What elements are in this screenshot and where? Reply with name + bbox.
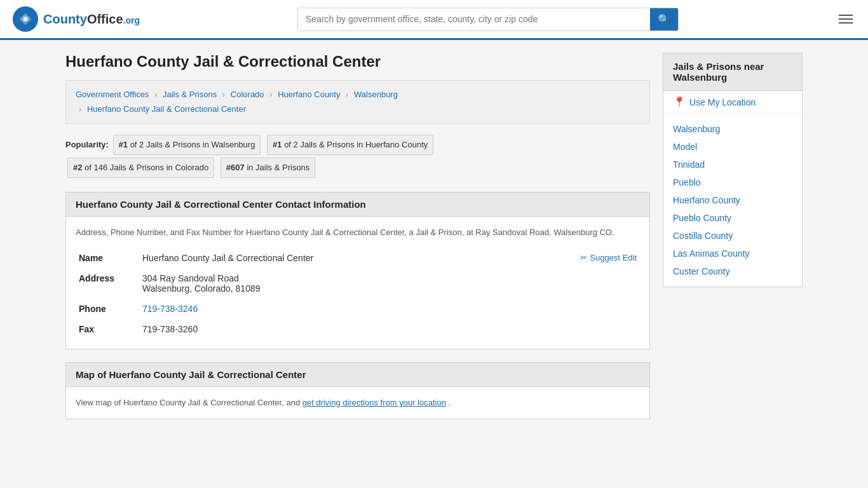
breadcrumb-sep-2: › [222, 90, 225, 99]
contact-section-body: Address, Phone Number, and Fax Number fo… [65, 217, 650, 350]
name-label: Name [76, 248, 139, 268]
sidebar-link-custer-county[interactable]: Custer County [673, 266, 729, 276]
popularity-badge-4: #607 in Jails & Prisons [220, 158, 316, 178]
sidebar-link-walsenburg[interactable]: Walsenburg [673, 124, 720, 134]
popularity-badge-2: #1 of 2 Jails & Prisons in Huerfano Coun… [267, 135, 433, 155]
breadcrumb-item-walsenburg[interactable]: Walsenburg [354, 90, 398, 99]
sidebar-link-trinidad[interactable]: Trinidad [673, 159, 705, 170]
sidebar-link-model[interactable]: Model [673, 142, 697, 152]
logo-icon [13, 6, 38, 32]
driving-directions-link[interactable]: get driving directions from your locatio… [302, 398, 446, 407]
search-input[interactable] [298, 8, 650, 30]
phone-value: 719-738-3246 [139, 299, 509, 319]
edit-icon: ✂ [580, 253, 587, 262]
sidebar-item-trinidad: Trinidad [663, 156, 802, 173]
breadcrumb-item-govt-offices[interactable]: Government Offices [76, 90, 149, 99]
breadcrumb-sep-5: › [79, 104, 81, 114]
suggest-edit-link[interactable]: ✂ Suggest Edit [512, 253, 637, 262]
table-row-name: Name Huerfano County Jail & Correctional… [76, 248, 640, 268]
address-value: 304 Ray Sandoval Road Walsenburg, Colora… [139, 268, 509, 299]
breadcrumb: Government Offices › Jails & Prisons › C… [65, 80, 650, 124]
fax-value: 719-738-3260 [139, 319, 509, 339]
main-content: Huerfano County Jail & Correctional Cent… [65, 53, 650, 432]
logo[interactable]: CountyOffice.org [13, 6, 140, 32]
contact-description: Address, Phone Number, and Fax Number fo… [76, 226, 640, 239]
popularity-section: Popularity: #1 of 2 Jails & Prisons in W… [65, 133, 650, 179]
map-description: View map of Huerfano County Jail & Corre… [76, 396, 640, 409]
breadcrumb-item-huerfano-county[interactable]: Huerfano County [278, 90, 340, 99]
sidebar-item-pueblo-county: Pueblo County [663, 209, 802, 227]
phone-label: Phone [76, 299, 139, 319]
menu-icon-bar1 [839, 15, 853, 16]
sidebar-title: Jails & Prisons near Walsenburg [663, 53, 802, 91]
breadcrumb-sep-4: › [346, 90, 348, 99]
map-section-header: Map of Huerfano County Jail & Correction… [65, 362, 650, 387]
sidebar-box: Jails & Prisons near Walsenburg 📍 Use My… [663, 53, 803, 287]
popularity-badge-1: #1 of 2 Jails & Prisons in Walsenburg [113, 135, 261, 155]
svg-point-3 [24, 17, 27, 21]
breadcrumb-item-facility[interactable]: Huerfano County Jail & Correctional Cent… [87, 104, 246, 114]
sidebar-link-pueblo[interactable]: Pueblo [673, 177, 701, 187]
sidebar-link-pueblo-county[interactable]: Pueblo County [673, 213, 731, 223]
menu-icon-bar3 [839, 22, 853, 24]
sidebar-link-costilla-county[interactable]: Costilla County [673, 231, 733, 241]
map-section-body: View map of Huerfano County Jail & Corre… [65, 387, 650, 419]
sidebar-list: Walsenburg Model Trinidad Pueblo Huerfan… [663, 114, 802, 287]
sidebar-item-pueblo: Pueblo [663, 173, 802, 191]
name-value: Huerfano County Jail & Correctional Cent… [139, 248, 509, 268]
logo-name: CountyOffice.org [43, 12, 140, 27]
page-title: Huerfano County Jail & Correctional Cent… [65, 53, 650, 71]
breadcrumb-sep-1: › [154, 90, 157, 99]
contact-table: Name Huerfano County Jail & Correctional… [76, 248, 640, 339]
search-button[interactable]: 🔍 [650, 8, 678, 30]
use-my-location-row: 📍 Use My Location [663, 91, 802, 114]
breadcrumb-item-jails[interactable]: Jails & Prisons [163, 90, 217, 99]
menu-button[interactable] [836, 12, 855, 26]
popularity-badge-3: #2 of 146 Jails & Prisons in Colorado [67, 158, 214, 178]
fax-label: Fax [76, 319, 139, 339]
sidebar-item-las-animas-county: Las Animas County [663, 245, 802, 262]
suggest-edit-cell: ✂ Suggest Edit [509, 248, 640, 339]
sidebar-item-model: Model [663, 138, 802, 156]
search-icon: 🔍 [658, 14, 670, 25]
contact-section-header: Huerfano County Jail & Correctional Cent… [65, 192, 650, 217]
phone-link[interactable]: 719-738-3246 [142, 304, 198, 314]
breadcrumb-item-colorado[interactable]: Colorado [231, 90, 264, 99]
sidebar-item-walsenburg: Walsenburg [663, 120, 802, 138]
sidebar-item-custer-county: Custer County [663, 262, 802, 280]
search-bar: 🔍 [297, 8, 679, 31]
popularity-label: Popularity: [65, 140, 109, 149]
sidebar-link-huerfano-county[interactable]: Huerfano County [673, 195, 740, 205]
sidebar-item-costilla-county: Costilla County [663, 227, 802, 245]
use-my-location-link[interactable]: Use My Location [689, 97, 756, 107]
sidebar-item-huerfano-county: Huerfano County [663, 191, 802, 209]
sidebar-link-las-animas-county[interactable]: Las Animas County [673, 248, 750, 259]
menu-icon-bar2 [839, 18, 853, 20]
sidebar: Jails & Prisons near Walsenburg 📍 Use My… [663, 53, 803, 432]
breadcrumb-sep-3: › [269, 90, 272, 99]
location-icon: 📍 [673, 96, 686, 108]
address-label: Address [76, 268, 139, 299]
